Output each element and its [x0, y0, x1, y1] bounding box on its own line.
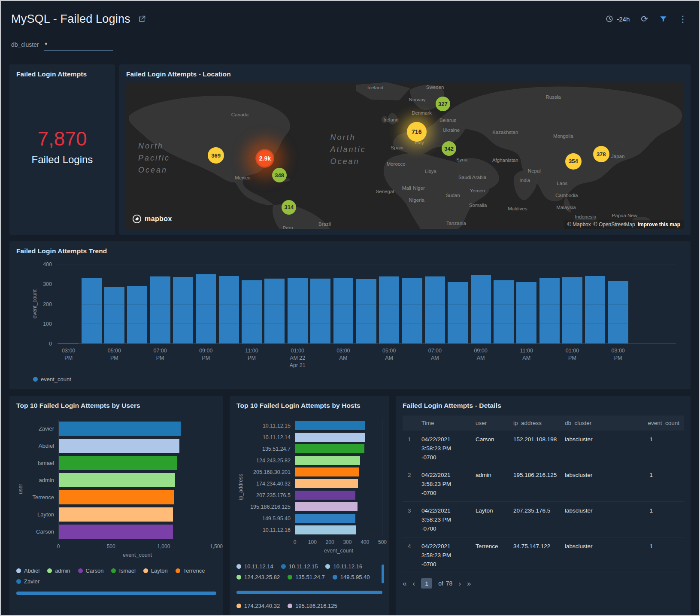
osm-attribution[interactable]: © OpenStreetMap — [594, 222, 635, 228]
hosts-bar[interactable] — [295, 421, 365, 430]
trend-bar[interactable] — [264, 279, 285, 344]
trend-bar-slot — [103, 264, 126, 344]
panel-failed-login-attempts: Failed Login Attempts 7,870 Failed Login… — [9, 64, 115, 235]
trend-bar[interactable] — [516, 282, 536, 344]
cell-ip-address: 34.75.147.122 — [513, 542, 565, 569]
db-cluster-filter-input[interactable]: * — [44, 38, 113, 51]
last-page-button[interactable]: » — [467, 580, 471, 587]
map-country-label: Indonesia — [575, 214, 596, 219]
users-bar[interactable] — [59, 525, 173, 539]
hosts-bar[interactable] — [295, 456, 360, 465]
kebab-menu-icon[interactable]: ⋮ — [679, 15, 687, 23]
trend-bar[interactable] — [539, 278, 560, 344]
current-page-input[interactable]: 1 — [421, 578, 432, 589]
map-cluster-bubble[interactable]: 716 — [407, 122, 427, 142]
map-cluster-bubble[interactable]: 2.9k — [255, 149, 274, 168]
hosts-horizontal-scrollbar[interactable] — [236, 591, 382, 594]
trend-x-tick-line: 09:00 — [474, 347, 487, 355]
users-bar[interactable] — [59, 507, 173, 522]
users-bar[interactable] — [59, 439, 179, 453]
hosts-legend-item[interactable]: 124.243.25.82 — [236, 574, 280, 580]
trend-bar[interactable] — [494, 280, 514, 344]
users-bar[interactable] — [59, 490, 174, 504]
hosts-bar[interactable] — [295, 467, 359, 476]
world-map[interactable]: NorthPacificOceanNorthAtlanticOceanIcela… — [126, 82, 684, 229]
users-category-label: Ismael — [25, 454, 58, 471]
next-page-button[interactable]: › — [458, 580, 461, 587]
trend-legend-item[interactable]: event_count — [33, 376, 71, 382]
trend-bar[interactable] — [356, 279, 376, 344]
refresh-icon[interactable]: ⟳ — [641, 15, 648, 23]
column-ip-address[interactable]: ip_address — [513, 420, 565, 426]
hosts-bar[interactable] — [295, 479, 358, 488]
trend-bar[interactable] — [333, 278, 354, 344]
trend-bar[interactable] — [104, 287, 124, 344]
hosts-bar[interactable] — [295, 433, 365, 442]
map-cluster-bubble[interactable]: 342 — [442, 141, 456, 156]
trend-bar[interactable] — [288, 278, 308, 344]
users-legend-item[interactable]: admin — [47, 567, 70, 574]
hosts-legend-item[interactable]: 174.234.40.32 — [236, 603, 280, 609]
users-legend-item[interactable]: Zavier — [16, 578, 39, 585]
previous-page-button[interactable]: ‹ — [412, 580, 415, 587]
trend-bar[interactable] — [173, 277, 193, 344]
hosts-legend-vertical-scrollbar[interactable] — [382, 564, 384, 583]
trend-bar[interactable] — [310, 279, 330, 344]
column-db-cluster[interactable]: db_cluster — [565, 420, 621, 426]
users-bar[interactable] — [59, 422, 181, 436]
trend-bar[interactable] — [82, 278, 102, 344]
column-user[interactable]: user — [476, 420, 513, 426]
hosts-legend-item[interactable]: 135.51.24.7 — [288, 574, 325, 580]
hosts-legend-item[interactable]: 149.5.95.40 — [333, 574, 370, 580]
column-event-count[interactable]: event_count — [621, 420, 684, 426]
map-cluster-bubble[interactable]: 354 — [565, 153, 582, 170]
users-legend-item[interactable]: Abdiel — [16, 567, 39, 574]
improve-map-link[interactable]: Improve this map — [638, 222, 680, 228]
trend-bar[interactable] — [379, 276, 399, 344]
hosts-legend-item[interactable]: 10.11.12.16 — [325, 563, 362, 570]
map-cluster-bubble[interactable]: 327 — [436, 97, 450, 111]
hosts-legend-item[interactable]: 10.11.12.15 — [281, 563, 318, 570]
trend-bar[interactable] — [196, 274, 216, 344]
trend-bar[interactable] — [585, 276, 605, 344]
users-legend-item[interactable]: Carson — [78, 567, 104, 574]
trend-bar[interactable] — [562, 277, 582, 344]
map-cluster-bubble[interactable]: 369 — [208, 147, 224, 164]
hosts-legend-item[interactable]: 195.186.216.125 — [288, 603, 337, 609]
map-cluster-bubble[interactable]: 348 — [272, 168, 287, 182]
column-time[interactable]: Time — [421, 420, 476, 426]
users-legend-item[interactable]: Terrence — [176, 567, 205, 574]
trend-bar[interactable] — [150, 276, 170, 344]
map-cluster-bubble[interactable]: 314 — [282, 200, 296, 215]
map-cluster-bubble[interactable]: 378 — [593, 146, 609, 162]
trend-bar[interactable] — [471, 275, 491, 344]
share-icon[interactable] — [137, 15, 146, 24]
users-legend-item[interactable]: Layton — [143, 567, 168, 574]
trend-bar[interactable] — [242, 280, 262, 344]
hosts-bar-row — [295, 443, 382, 455]
filter-icon[interactable] — [659, 15, 667, 23]
mapbox-logo[interactable]: mapbox — [132, 214, 172, 224]
hosts-legend-item[interactable]: 10.11.12.14 — [236, 563, 273, 570]
first-page-button[interactable]: « — [403, 580, 406, 587]
time-range-button[interactable]: -24h — [606, 15, 630, 23]
users-bar[interactable] — [59, 473, 175, 487]
hosts-bar[interactable] — [295, 491, 355, 500]
map-country-label: Ireland — [383, 117, 398, 122]
users-horizontal-scrollbar[interactable] — [16, 592, 216, 595]
trend-bar[interactable] — [608, 281, 628, 344]
users-bar[interactable] — [59, 456, 177, 470]
trend-bar[interactable] — [402, 278, 422, 344]
users-legend-item[interactable]: Ismael — [111, 567, 135, 574]
hosts-bar[interactable] — [295, 444, 364, 453]
hosts-bar[interactable] — [295, 514, 355, 523]
mapbox-attribution[interactable]: © Mapbox — [567, 222, 591, 228]
panel-top-users: Top 10 Failed Login Attempts by Users us… — [9, 396, 223, 615]
hosts-bar[interactable] — [295, 502, 358, 511]
hosts-bar[interactable] — [295, 525, 356, 534]
trend-bar[interactable] — [448, 282, 468, 344]
trend-bar[interactable] — [127, 286, 147, 344]
trend-bar[interactable] — [219, 276, 239, 344]
legend-color-dot — [176, 568, 180, 573]
trend-bar[interactable] — [425, 276, 445, 344]
